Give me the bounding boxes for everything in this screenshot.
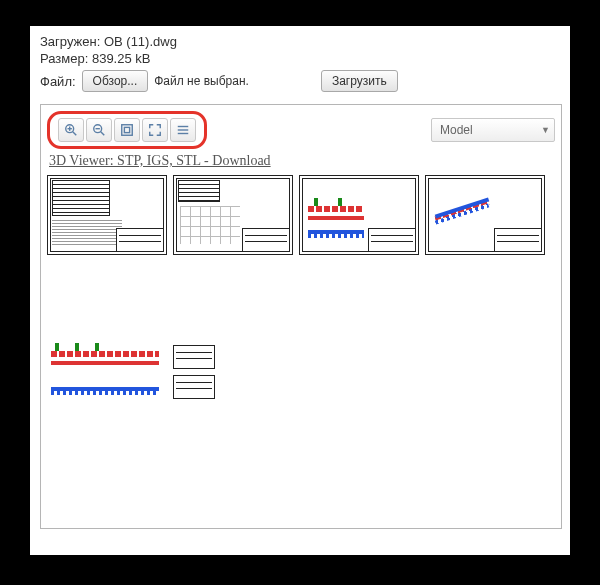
model-select[interactable]: Model ▼: [431, 118, 555, 142]
sheet-thumb[interactable]: [173, 175, 293, 255]
zoom-out-button[interactable]: [86, 118, 112, 142]
zoom-in-button[interactable]: [58, 118, 84, 142]
viewer-toolbar: [47, 111, 207, 149]
upload-button[interactable]: Загрузить: [321, 70, 398, 92]
file-status: Файл не выбран.: [154, 74, 249, 88]
svg-line-1: [73, 132, 77, 136]
sheet-thumb[interactable]: [299, 175, 419, 255]
svg-rect-7: [122, 125, 133, 136]
viewer-panel: Model ▼ 3D Viewer: STP, IGS, STL - Downl…: [40, 104, 562, 529]
browse-button[interactable]: Обзор...: [82, 70, 149, 92]
sheet-thumb[interactable]: [47, 175, 167, 255]
file-label: Файл:: [40, 74, 76, 89]
svg-rect-8: [124, 127, 129, 132]
sheet-thumb[interactable]: [425, 175, 545, 255]
titleblock-fragment[interactable]: [173, 345, 215, 369]
3d-viewer-link[interactable]: 3D Viewer: STP, IGS, STL - Download: [49, 153, 555, 169]
fullscreen-icon: [148, 123, 162, 137]
loaded-filename: ОВ (11).dwg: [104, 34, 177, 49]
fit-window-icon: [120, 123, 134, 137]
fit-window-button[interactable]: [114, 118, 140, 142]
fullscreen-button[interactable]: [142, 118, 168, 142]
drawing-fragment[interactable]: [47, 345, 163, 407]
model-content: [47, 345, 555, 407]
model-select-value: Model: [440, 123, 473, 137]
chevron-down-icon: ▼: [541, 125, 550, 135]
layers-button[interactable]: [170, 118, 196, 142]
size-value: 839.25 kB: [92, 51, 151, 66]
layers-icon: [176, 123, 190, 137]
svg-line-5: [101, 132, 105, 136]
zoom-in-icon: [64, 123, 78, 137]
size-label: Размер:: [40, 51, 88, 66]
sheet-thumbnails: [47, 175, 555, 255]
zoom-out-icon: [92, 123, 106, 137]
titleblock-fragment[interactable]: [173, 375, 215, 399]
loaded-label: Загружен:: [40, 34, 100, 49]
